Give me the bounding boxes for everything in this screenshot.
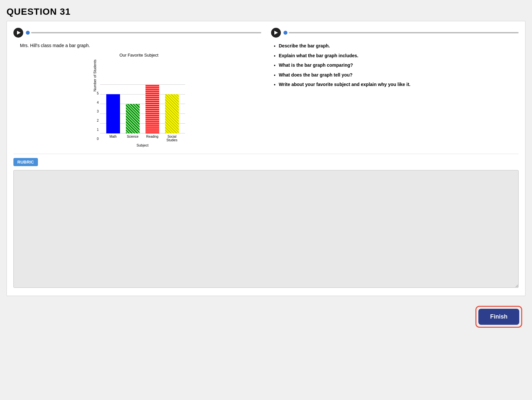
instruction-5: Write about your favorite subject and ex… xyxy=(279,81,519,88)
right-panel: Describe the bar graph. Explain what the… xyxy=(271,28,519,147)
y-tick: 0 xyxy=(97,137,99,141)
finish-button-wrapper: Finish xyxy=(475,306,522,328)
y-tick: 1 xyxy=(97,128,99,131)
bar-math xyxy=(106,94,120,133)
bar-chart: Our Favorite Subject Number of Students … xyxy=(17,53,261,147)
page-title: QUESTION 31 xyxy=(7,7,525,17)
bar-social-studies xyxy=(165,94,179,133)
x-label-social-studies: Social Studies xyxy=(165,135,179,142)
answer-textarea[interactable] xyxy=(13,170,519,288)
audio-bar-right xyxy=(289,32,519,33)
play-button-left[interactable] xyxy=(13,28,23,38)
x-label-math: Math xyxy=(106,135,120,142)
audio-dot-right xyxy=(283,31,287,35)
chart-title: Our Favorite Subject xyxy=(119,53,158,58)
rubric-button[interactable]: RUBRIC xyxy=(13,158,38,166)
y-tick: 2 xyxy=(97,119,99,122)
audio-player-left xyxy=(13,28,261,38)
left-panel: Mrs. Hill's class made a bar graph. Our … xyxy=(13,28,261,147)
x-label-reading: Reading xyxy=(146,135,159,142)
audio-bar-left xyxy=(31,32,261,33)
bar-reading xyxy=(146,84,159,133)
audio-track-right[interactable] xyxy=(283,31,519,35)
description-text: Mrs. Hill's class made a bar graph. xyxy=(20,43,261,48)
y-tick: 3 xyxy=(97,110,99,113)
audio-dot-left xyxy=(26,31,30,35)
instruction-2: Explain what the bar graph includes. xyxy=(279,53,519,59)
play-button-right[interactable] xyxy=(271,28,281,38)
instructions-list: Describe the bar graph. Explain what the… xyxy=(271,43,519,88)
finish-button[interactable]: Finish xyxy=(478,309,519,325)
main-container: Mrs. Hill's class made a bar graph. Our … xyxy=(7,21,525,296)
x-label-science: Science xyxy=(126,135,140,142)
bottom-bar: Finish xyxy=(7,306,525,328)
y-tick: 4 xyxy=(97,101,99,104)
y-axis-label: Number of Students xyxy=(93,60,97,92)
instruction-1: Describe the bar graph. xyxy=(279,43,519,49)
instruction-4: What does the bar graph tell you? xyxy=(279,72,519,78)
divider xyxy=(13,154,519,154)
instruction-3: What is the bar graph comparing? xyxy=(279,62,519,69)
x-axis-label: Subject xyxy=(100,143,185,147)
audio-track-left[interactable] xyxy=(26,31,261,35)
audio-player-right xyxy=(271,28,519,38)
y-tick: 5 xyxy=(97,92,99,95)
bar-science xyxy=(126,104,140,133)
